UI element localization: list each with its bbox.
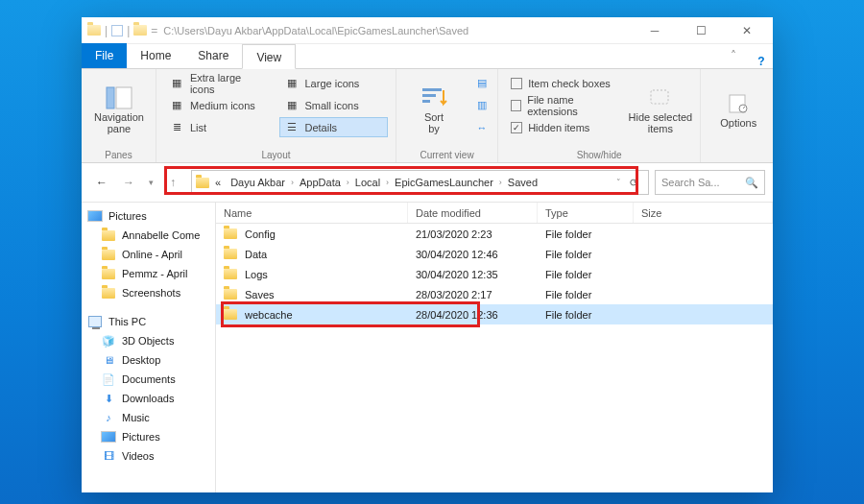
options-button[interactable]: Options	[708, 73, 768, 148]
breadcrumb-segment[interactable]: Local	[351, 177, 384, 188]
file-row[interactable]: Data 30/04/2020 12:46File folder	[216, 244, 773, 264]
search-icon: 🔍	[745, 177, 758, 189]
explorer-window: | | = C:\Users\Dayu Akbar\AppData\Local\…	[82, 17, 773, 492]
column-name[interactable]: Name	[216, 203, 408, 223]
tree-node[interactable]: Online - April	[82, 245, 215, 264]
column-size[interactable]: Size	[634, 203, 773, 223]
search-box[interactable]: Search Sa... 🔍	[655, 170, 765, 195]
svg-rect-5	[651, 90, 668, 104]
3d-objects-icon: 🧊	[101, 333, 116, 348]
layout-large-icons[interactable]: ▦Large icons	[279, 73, 389, 93]
checkbox-icon	[511, 100, 521, 111]
tree-node[interactable]: Annabelle Come	[82, 226, 215, 245]
breadcrumb-segment[interactable]: Saved	[504, 177, 541, 188]
tree-node-this-pc[interactable]: This PC	[82, 312, 215, 331]
help-button[interactable]: ?	[750, 55, 773, 68]
tree-node[interactable]: 🧊3D Objects	[82, 331, 215, 350]
sort-by-button[interactable]: Sort by	[404, 73, 464, 148]
grid-icon: ▦	[169, 76, 184, 91]
address-bar-row: ← → ▾ ↑ « Dayu Akbar› AppData› Local› Ep…	[82, 163, 773, 202]
ribbon-group-layout: ▦Extra large icons ▦Medium icons ≣List ▦…	[156, 69, 396, 162]
breadcrumb-segment[interactable]: EpicGamesLauncher	[391, 177, 497, 188]
breadcrumb-overflow[interactable]: «	[211, 177, 225, 188]
ribbon-group-label: Panes	[89, 148, 148, 160]
folder-icon	[224, 309, 237, 320]
tree-node[interactable]: 🖥Desktop	[82, 350, 215, 370]
refresh-button[interactable]: ⟳	[623, 177, 644, 189]
column-date[interactable]: Date modified	[408, 203, 538, 223]
properties-icon[interactable]	[111, 25, 123, 36]
breadcrumb-bar[interactable]: « Dayu Akbar› AppData› Local› EpicGamesL…	[191, 170, 649, 195]
ribbon-collapse-button[interactable]: ˄	[717, 43, 750, 68]
tree-node[interactable]: 📄Documents	[82, 370, 215, 389]
breadcrumb-segment[interactable]: AppData	[296, 177, 345, 188]
grid-icon: ▦	[284, 98, 300, 113]
pictures-icon	[87, 208, 103, 224]
layout-details[interactable]: ☰Details	[279, 117, 389, 137]
tab-home[interactable]: Home	[127, 43, 184, 68]
documents-icon: 📄	[101, 372, 116, 387]
videos-icon: 🎞	[101, 448, 116, 464]
folder-icon	[133, 25, 147, 36]
ribbon-group-label	[708, 148, 765, 160]
minimize-button[interactable]: ─	[635, 17, 675, 44]
folder-icon	[101, 266, 116, 281]
svg-rect-0	[107, 87, 114, 108]
breadcrumb-segment[interactable]: Dayu Akbar	[227, 177, 289, 188]
group-icon: ▤	[474, 76, 490, 91]
hide-selected-items-button[interactable]: Hide selected items	[629, 73, 693, 148]
layout-small-icons[interactable]: ▦Small icons	[279, 95, 389, 115]
group-by-button[interactable]: ▤	[469, 73, 494, 93]
layout-list[interactable]: ≣List	[164, 117, 274, 137]
layout-extra-large-icons[interactable]: ▦Extra large icons	[164, 73, 274, 93]
quick-access-toolbar: | | =	[87, 24, 157, 37]
ribbon-tabs: File Home Share View ˄ ?	[82, 44, 773, 69]
size-columns-button[interactable]: ↔	[469, 117, 494, 137]
navigation-tree[interactable]: Pictures Annabelle Come Online - April P…	[82, 203, 216, 492]
file-row[interactable]: Config 21/03/2020 2:23File folder	[216, 224, 773, 244]
ribbon-group-show-hide: Item check boxes File name extensions ✓H…	[498, 69, 701, 162]
ribbon-group-label: Current view	[404, 148, 490, 160]
column-type[interactable]: Type	[538, 203, 634, 223]
close-button[interactable]: ✕	[727, 17, 767, 44]
item-check-boxes-toggle[interactable]: Item check boxes	[506, 73, 622, 93]
nav-arrows: ← → ▾ ↑	[89, 170, 185, 195]
tree-node[interactable]: 🎞Videos	[82, 446, 215, 466]
checkbox-checked-icon: ✓	[511, 122, 522, 133]
hidden-items-toggle[interactable]: ✓Hidden items	[506, 117, 622, 137]
up-button[interactable]: ↑	[160, 170, 185, 195]
tree-node-pictures[interactable]: Pictures	[82, 206, 215, 226]
file-row-selected[interactable]: webcache 28/04/2020 12:36File folder	[216, 304, 773, 324]
titlebar: | | = C:\Users\Dayu Akbar\AppData\Local\…	[82, 17, 773, 44]
file-name-extensions-toggle[interactable]: File name extensions	[506, 95, 622, 115]
checkbox-icon	[511, 78, 522, 89]
back-button[interactable]: ←	[89, 170, 114, 195]
add-columns-button[interactable]: ▥	[469, 95, 494, 115]
ribbon-group-label: Layout	[164, 148, 388, 160]
svg-rect-2	[422, 88, 442, 91]
folder-icon	[101, 247, 116, 262]
history-dropdown-button[interactable]: ˅	[616, 178, 621, 187]
tree-node[interactable]: ♪Music	[82, 408, 215, 427]
tree-node[interactable]: Screenshots	[82, 283, 215, 302]
navigation-pane-button[interactable]: Navigation pane	[89, 73, 149, 148]
fit-icon: ↔	[474, 120, 490, 135]
layout-medium-icons[interactable]: ▦Medium icons	[164, 95, 274, 115]
tree-node[interactable]: Pictures	[82, 427, 215, 446]
list-icon: ≣	[169, 120, 184, 135]
tab-view[interactable]: View	[242, 44, 296, 69]
tree-node[interactable]: ⬇Downloads	[82, 389, 215, 408]
file-row[interactable]: Saves 28/03/2020 2:17File folder	[216, 284, 773, 304]
file-rows[interactable]: Config 21/03/2020 2:23File folder Data 3…	[216, 224, 773, 492]
details-icon: ☰	[284, 120, 300, 135]
chevron-right-icon: ›	[499, 178, 502, 187]
maximize-button[interactable]: ☐	[681, 17, 721, 44]
recent-locations-button[interactable]: ▾	[143, 170, 158, 195]
svg-rect-4	[422, 100, 430, 103]
tree-node[interactable]: Pemmz - April	[82, 264, 215, 283]
forward-button[interactable]: →	[116, 170, 141, 195]
file-row[interactable]: Logs 30/04/2020 12:35File folder	[216, 264, 773, 284]
tab-share[interactable]: Share	[184, 43, 242, 68]
folder-icon	[196, 178, 209, 188]
tab-file[interactable]: File	[82, 43, 127, 68]
